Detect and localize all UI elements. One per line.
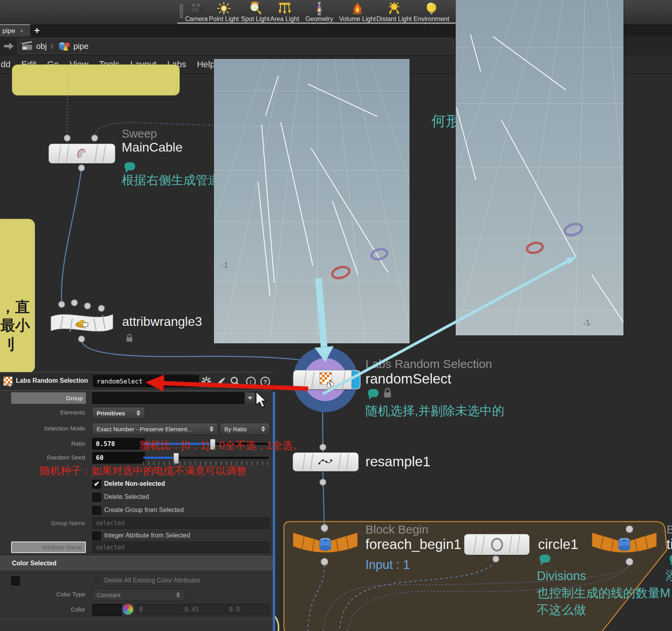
panel-header: Labs Random Selection randomSelect i ? <box>0 372 273 391</box>
cable-curves <box>456 34 623 322</box>
node-foreach-begin-2[interactable] <box>590 532 658 558</box>
comment-bubble-icon[interactable] <box>368 389 379 397</box>
selection-mode-dropdown[interactable]: Exact Number - Preserve Element… <box>92 423 218 435</box>
comment-bubble-icon[interactable] <box>124 162 135 170</box>
color-type-label: Color Type <box>11 591 85 598</box>
spinner-icon <box>176 592 180 598</box>
block-spool-icon <box>320 538 331 551</box>
svg-text:i: i <box>250 378 252 385</box>
parameter-panel: Labs Random Selection randomSelect i ? G… <box>0 372 273 631</box>
color-selected-enable-checkbox[interactable] <box>11 576 20 585</box>
ratio-field[interactable]: 0.578 <box>92 438 145 450</box>
color-r-field[interactable]: 0 <box>136 604 180 615</box>
node-random-select[interactable] <box>293 370 361 390</box>
spinner-icon <box>210 426 214 432</box>
comment-bubble-icon[interactable] <box>540 555 550 563</box>
seed-slider-fill <box>143 457 175 459</box>
block-spool-icon <box>619 538 630 551</box>
grid-origin-glyph-indigo <box>371 248 388 261</box>
node-comment: 随机选择,并剔除未选中的 <box>365 403 505 419</box>
node-type-label: Labs Random Selection <box>365 357 492 371</box>
gear-icon[interactable] <box>201 376 212 387</box>
node-name-label[interactable]: circle1 <box>538 536 578 552</box>
node-attribwrangle[interactable] <box>49 310 115 337</box>
node-comment: 添 <box>666 567 672 584</box>
color-label: Color <box>11 606 85 613</box>
panel-divider <box>0 619 273 619</box>
checkbox-label[interactable]: Integer Attribute from Selected <box>104 532 190 539</box>
attribute-name-field[interactable]: selected <box>92 541 270 553</box>
spinner-icon <box>136 410 140 416</box>
foreach-input-label: Input : 1 <box>365 558 410 572</box>
checkbox-label[interactable]: Create Group from Selected <box>104 506 184 514</box>
lock-icon <box>125 333 134 343</box>
node-name-label[interactable]: ti <box>666 536 672 552</box>
group-dropdown-button[interactable] <box>245 392 255 404</box>
ratio-annotation: 随机比：[0，1]，0全不选，1全选。 <box>140 438 303 452</box>
by-ratio-dropdown[interactable]: By Ratio <box>220 423 270 435</box>
axis-tick-label: -1 <box>221 261 228 269</box>
info-icon[interactable]: i <box>245 376 256 387</box>
brush-icon[interactable] <box>215 376 226 387</box>
node-comment: 也控制生成的线的数量M <box>537 585 670 602</box>
sweep-icon <box>74 147 89 160</box>
node-name-label[interactable]: foreach_begin1 <box>365 536 461 552</box>
help-icon[interactable]: ? <box>260 376 271 387</box>
lock-icon <box>383 388 393 399</box>
node-sweep[interactable] <box>49 144 115 164</box>
node-type-label: Sweep <box>122 127 157 140</box>
panel-title: Labs Random Selection <box>16 377 88 384</box>
delete-all-colors-checkbox[interactable] <box>92 576 101 585</box>
checkbox-label[interactable]: Delete Non-selected <box>104 480 165 487</box>
random-seed-field[interactable]: 60 <box>92 452 145 464</box>
node-comment: Divisions <box>537 569 586 583</box>
node-circle[interactable] <box>464 534 530 555</box>
elements-dropdown[interactable]: Primitives <box>92 407 145 419</box>
selection-mode-label: Selection Mode <box>11 425 85 432</box>
svg-text:?: ? <box>264 378 267 385</box>
search-icon[interactable] <box>230 376 241 387</box>
viewport-1-scene: -1 <box>214 59 410 343</box>
viewport-capture-2[interactable]: -1 <box>456 0 623 335</box>
seed-annotation: 随机种子：如果对选中的电缆不满意可以调整 <box>40 464 247 478</box>
node-name-label[interactable]: attribwrangle3 <box>122 314 202 329</box>
color-b-field[interactable]: 0.9 <box>225 604 270 615</box>
node-resample[interactable] <box>293 452 359 471</box>
color-selected-section[interactable]: Color Selected <box>0 556 273 571</box>
grid-origin-glyph-red <box>526 241 544 255</box>
node-name-label[interactable]: resample1 <box>365 454 430 469</box>
checkbox-label[interactable]: Delete All Existing Color Attributes <box>104 577 200 584</box>
integer-attribute-checkbox[interactable] <box>92 532 101 540</box>
random-selection-icon <box>3 376 14 387</box>
spinner-icon <box>261 426 265 432</box>
color-swatch[interactable] <box>92 604 122 616</box>
color-type-dropdown[interactable]: Constant <box>92 589 185 601</box>
display-flag[interactable] <box>352 371 360 389</box>
delete-selected-checkbox[interactable] <box>92 493 101 502</box>
viewport-capture-1[interactable]: -1 <box>214 59 410 343</box>
ratio-label: Ratio <box>11 440 85 447</box>
cable-curves <box>258 76 388 296</box>
group-name-field[interactable]: selected <box>92 517 270 529</box>
group-field[interactable] <box>92 392 244 404</box>
attribute-name-label-button[interactable]: Attribute Name <box>11 541 86 553</box>
node-name-field[interactable]: randomSelect <box>93 375 199 387</box>
circle-icon <box>490 537 504 553</box>
delete-non-selected-checkbox[interactable]: ✔ <box>92 480 101 489</box>
node-foreach-begin[interactable] <box>291 532 359 558</box>
group-name-label: Group Name <box>11 520 85 526</box>
viewport-2-scene: -1 <box>456 0 623 335</box>
color-g-field[interactable]: 0.45 <box>181 604 225 615</box>
node-name-label[interactable]: randomSelect <box>365 371 451 387</box>
node-comment: 根据右侧生成管道 <box>122 172 220 189</box>
node-type-label: Block Begin <box>365 523 428 536</box>
resample-icon <box>318 457 334 467</box>
color-wheel-icon[interactable] <box>122 604 133 615</box>
checkbox-label[interactable]: Delete Selected <box>104 493 149 501</box>
random-selection-icon <box>318 372 336 388</box>
node-name-label[interactable]: MainCable <box>122 140 183 155</box>
elements-label: Elements <box>11 409 85 416</box>
node-type-label: B <box>666 523 672 536</box>
group-label-button[interactable]: Group <box>11 392 86 404</box>
create-group-checkbox[interactable] <box>92 506 101 515</box>
